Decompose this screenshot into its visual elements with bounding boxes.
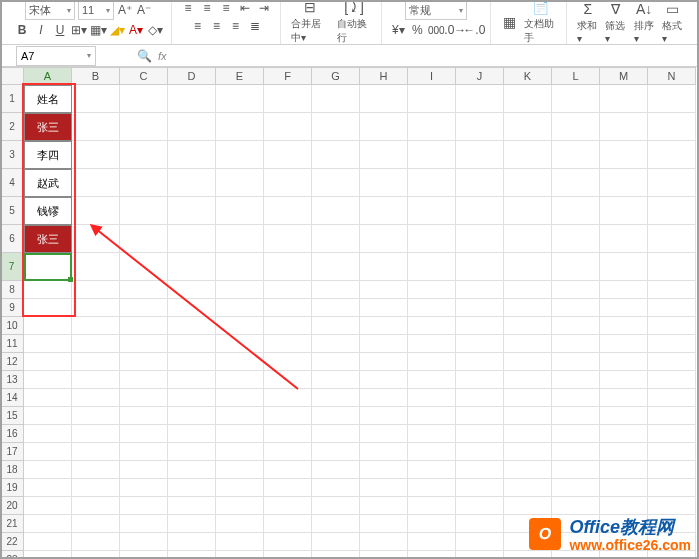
- cell[interactable]: [264, 461, 312, 479]
- cell[interactable]: [216, 141, 264, 169]
- cell[interactable]: [72, 85, 120, 113]
- cell[interactable]: [552, 389, 600, 407]
- decrease-decimal-icon[interactable]: ←.0: [466, 22, 482, 38]
- cell[interactable]: [72, 225, 120, 253]
- cell[interactable]: [216, 253, 264, 281]
- border-icon[interactable]: ⊞▾: [71, 22, 87, 38]
- cell[interactable]: [456, 317, 504, 335]
- cell[interactable]: [264, 317, 312, 335]
- cell[interactable]: [408, 443, 456, 461]
- cell[interactable]: [456, 335, 504, 353]
- cell[interactable]: [216, 197, 264, 225]
- cell[interactable]: [312, 515, 360, 533]
- cell[interactable]: [504, 407, 552, 425]
- cell[interactable]: [168, 141, 216, 169]
- cell[interactable]: [360, 551, 408, 559]
- cell[interactable]: [552, 479, 600, 497]
- cell[interactable]: [72, 479, 120, 497]
- cell[interactable]: [216, 425, 264, 443]
- cell[interactable]: [456, 85, 504, 113]
- cell[interactable]: [312, 389, 360, 407]
- cell[interactable]: [24, 299, 72, 317]
- bold-button[interactable]: B: [14, 22, 30, 38]
- cell[interactable]: [600, 197, 648, 225]
- cell[interactable]: [648, 141, 696, 169]
- cell[interactable]: [120, 497, 168, 515]
- cell[interactable]: [600, 335, 648, 353]
- col-header-n[interactable]: N: [648, 67, 696, 85]
- cell[interactable]: [456, 253, 504, 281]
- cell[interactable]: [72, 353, 120, 371]
- cell[interactable]: [552, 317, 600, 335]
- fx-label[interactable]: fx: [158, 50, 167, 62]
- cell[interactable]: [312, 317, 360, 335]
- cell[interactable]: [552, 85, 600, 113]
- cell[interactable]: [168, 225, 216, 253]
- cell[interactable]: [360, 407, 408, 425]
- cell[interactable]: [408, 335, 456, 353]
- row-header[interactable]: 7: [0, 253, 24, 281]
- cell[interactable]: [648, 461, 696, 479]
- format-button[interactable]: ▭ 格式▾: [660, 1, 685, 44]
- fill-color-icon[interactable]: ◢▾: [109, 22, 125, 38]
- cell[interactable]: [504, 497, 552, 515]
- row-header[interactable]: 12: [0, 353, 24, 371]
- cell[interactable]: [24, 551, 72, 559]
- cell[interactable]: [360, 497, 408, 515]
- cell[interactable]: [72, 551, 120, 559]
- cell[interactable]: [312, 443, 360, 461]
- cell[interactable]: [504, 113, 552, 141]
- cell[interactable]: [216, 497, 264, 515]
- cell[interactable]: [312, 113, 360, 141]
- cell[interactable]: [648, 497, 696, 515]
- cell[interactable]: [216, 479, 264, 497]
- cell[interactable]: [312, 299, 360, 317]
- cell[interactable]: [504, 425, 552, 443]
- cell[interactable]: [648, 407, 696, 425]
- cell[interactable]: [648, 443, 696, 461]
- cell[interactable]: [264, 479, 312, 497]
- cell[interactable]: [120, 225, 168, 253]
- cell[interactable]: [168, 551, 216, 559]
- cell[interactable]: [360, 443, 408, 461]
- decrease-font-icon[interactable]: A⁻: [136, 2, 152, 18]
- select-all-corner[interactable]: [0, 67, 24, 85]
- cell[interactable]: [72, 407, 120, 425]
- cell[interactable]: [456, 169, 504, 197]
- font-size-select[interactable]: 11▾: [78, 0, 114, 20]
- cell[interactable]: [216, 461, 264, 479]
- cell[interactable]: [456, 389, 504, 407]
- number-format-select[interactable]: 常规▾: [405, 0, 467, 20]
- cell[interactable]: [72, 497, 120, 515]
- cell[interactable]: [72, 443, 120, 461]
- cell[interactable]: [72, 253, 120, 281]
- cell[interactable]: [504, 371, 552, 389]
- search-icon[interactable]: 🔍: [136, 48, 152, 64]
- cell[interactable]: [120, 317, 168, 335]
- cell[interactable]: [552, 169, 600, 197]
- cell[interactable]: [552, 299, 600, 317]
- cell[interactable]: [648, 371, 696, 389]
- cell[interactable]: [408, 299, 456, 317]
- cell[interactable]: [504, 389, 552, 407]
- col-header-a[interactable]: A: [24, 67, 72, 85]
- col-header-g[interactable]: G: [312, 67, 360, 85]
- cell[interactable]: [312, 253, 360, 281]
- sort-button[interactable]: A↓ 排序▾: [632, 1, 657, 44]
- cell[interactable]: [648, 335, 696, 353]
- cell[interactable]: [264, 335, 312, 353]
- cell[interactable]: [456, 113, 504, 141]
- cell[interactable]: [72, 169, 120, 197]
- col-header-b[interactable]: B: [72, 67, 120, 85]
- row-header[interactable]: 3: [0, 141, 24, 169]
- cell[interactable]: [264, 407, 312, 425]
- cell[interactable]: [216, 281, 264, 299]
- cell[interactable]: 张三: [24, 113, 72, 141]
- increase-indent-icon[interactable]: ⇥: [256, 0, 272, 16]
- cell[interactable]: [360, 197, 408, 225]
- cell[interactable]: [600, 353, 648, 371]
- cell[interactable]: [312, 425, 360, 443]
- cell[interactable]: [504, 461, 552, 479]
- cell[interactable]: [72, 515, 120, 533]
- col-header-j[interactable]: J: [456, 67, 504, 85]
